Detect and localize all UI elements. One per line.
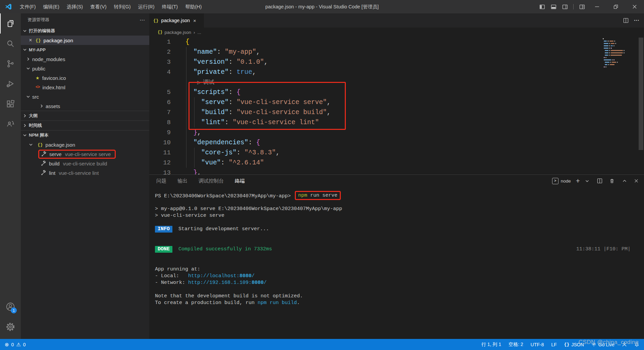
- code-line-9[interactable]: 9 },: [149, 128, 644, 138]
- editor-scrollbar[interactable]: [639, 38, 643, 150]
- restore-button[interactable]: [606, 0, 625, 13]
- eol-sequence[interactable]: LF: [551, 342, 556, 347]
- line-number: 10: [149, 139, 171, 146]
- menu-item-3[interactable]: 查看(V): [87, 4, 110, 9]
- problems-status[interactable]: ⊗ 0 ⚠ 0: [0, 342, 26, 348]
- user-icon[interactable]: [622, 342, 627, 347]
- npm-scripts-section[interactable]: NPM 脚本: [21, 131, 149, 140]
- panel-tab-0[interactable]: 问题: [156, 178, 166, 184]
- timeline-section[interactable]: 时间线: [21, 121, 149, 130]
- toggle-sidebar-icon[interactable]: [536, 0, 548, 13]
- project-section[interactable]: MY-APP: [21, 45, 149, 54]
- menu-item-1[interactable]: 编辑(E): [40, 4, 63, 9]
- source-control-icon[interactable]: [0, 54, 21, 74]
- menu-item-4[interactable]: 转到(G): [110, 4, 135, 9]
- split-editor-icon[interactable]: [623, 18, 629, 23]
- notifications-bell-icon[interactable]: [634, 342, 639, 347]
- close-tab-icon[interactable]: ×: [193, 18, 196, 23]
- tree-item-public[interactable]: public: [21, 64, 149, 73]
- line-text: "build": "vue-cli-service build",: [171, 109, 331, 116]
- terminal-shell-chip[interactable]: > node: [552, 178, 571, 184]
- npm-package-json-item[interactable]: {} package.json: [21, 140, 149, 149]
- open-editor-item[interactable]: × {} package.json: [21, 36, 149, 45]
- live-share-icon[interactable]: [0, 114, 21, 134]
- outline-section[interactable]: 大纲: [21, 111, 149, 120]
- line-text: "dependencies": {: [171, 139, 260, 146]
- extensions-icon[interactable]: [0, 94, 21, 114]
- npm-script-lint[interactable]: lintvue-cli-service lint: [21, 168, 149, 178]
- split-terminal-icon[interactable]: [597, 178, 602, 184]
- codelens-debug[interactable]: ▷调试: [149, 77, 644, 87]
- panel-tab-1[interactable]: 输出: [177, 178, 187, 184]
- chevron-right-icon: [22, 113, 28, 118]
- menu-item-7[interactable]: 帮助(H): [181, 4, 205, 9]
- code-line-12[interactable]: 12 "vue": "^2.6.14": [149, 158, 644, 168]
- language-mode[interactable]: {} JSON: [564, 342, 584, 347]
- terminal-line-14: [149, 286, 644, 293]
- npm-script-build[interactable]: buildvue-cli-service build: [21, 159, 149, 168]
- tree-item-label: public: [32, 66, 45, 71]
- run-debug-icon[interactable]: [0, 74, 21, 94]
- code-line-1[interactable]: 1{: [149, 37, 644, 47]
- go-live-button[interactable]: Go Live: [591, 342, 614, 347]
- breadcrumb-more[interactable]: ...: [197, 30, 201, 35]
- encoding[interactable]: UTF-8: [531, 342, 544, 347]
- code-line-4[interactable]: 4 "private": true,: [149, 67, 644, 77]
- code-line-6[interactable]: 6 "serve": "vue-cli-service serve",: [149, 97, 644, 107]
- line-text: "serve": "vue-cli-service serve",: [171, 99, 331, 106]
- vscode-logo-icon: [5, 3, 12, 10]
- settings-gear-icon[interactable]: [0, 317, 21, 337]
- close-window-button[interactable]: [625, 0, 644, 13]
- customize-layout-icon[interactable]: [576, 0, 588, 13]
- open-editor-label: package.json: [44, 38, 73, 43]
- code-line-13[interactable]: 13 },: [149, 168, 644, 174]
- close-panel-icon[interactable]: [634, 179, 639, 183]
- minimize-button[interactable]: [588, 0, 606, 13]
- maximize-panel-icon[interactable]: [622, 179, 627, 183]
- terminal-dropdown-icon[interactable]: [585, 179, 589, 183]
- more-actions-icon[interactable]: ···: [140, 17, 145, 22]
- new-terminal-icon[interactable]: +: [576, 177, 580, 185]
- script-name: build: [49, 161, 60, 166]
- menu-item-0[interactable]: 文件(F): [16, 4, 40, 9]
- terminal-output[interactable]: PS E:\20230406WorkSpace\20230407MyApp\my…: [149, 187, 644, 339]
- wrench-icon: [41, 161, 46, 166]
- line-number: 4: [149, 68, 171, 76]
- code-line-10[interactable]: 10 "dependencies": {: [149, 138, 644, 148]
- accounts-icon[interactable]: 1: [0, 297, 21, 317]
- minimap-line: [603, 55, 640, 56]
- breadcrumb-file[interactable]: package.json: [164, 30, 191, 35]
- tree-item-assets[interactable]: assets: [21, 101, 149, 111]
- tree-item-node_modules[interactable]: node_modules: [21, 54, 149, 64]
- breadcrumb[interactable]: {} package.json › ...: [149, 28, 644, 37]
- kill-terminal-icon[interactable]: [609, 178, 614, 184]
- panel-tab-2[interactable]: 调试控制台: [199, 178, 224, 184]
- code-line-7[interactable]: 7 "build": "vue-cli-service build",: [149, 107, 644, 117]
- cursor-position[interactable]: 行 1, 列 1: [481, 342, 501, 348]
- search-icon[interactable]: [0, 34, 21, 54]
- close-editor-icon[interactable]: ×: [28, 37, 34, 43]
- npm-script-serve[interactable]: servevue-cli-service serve: [21, 149, 149, 159]
- tab-package-json[interactable]: {} package.json ×: [149, 13, 204, 28]
- code-line-5[interactable]: 5 "scripts": {: [149, 87, 644, 97]
- tree-item-src[interactable]: src: [21, 92, 149, 101]
- code-line-3[interactable]: 3 "version": "0.1.0",: [149, 57, 644, 67]
- toggle-secondary-sidebar-icon[interactable]: [559, 0, 571, 13]
- explorer-icon[interactable]: [0, 13, 21, 34]
- bottom-panel: 问题输出调试控制台终端 > node + PS E:\20230406WorkS…: [149, 174, 644, 339]
- menu-item-6[interactable]: 终端(T): [158, 4, 182, 9]
- code-line-8[interactable]: 8 "lint": "vue-cli-service lint": [149, 117, 644, 128]
- open-editors-section[interactable]: 打开的编辑器: [21, 26, 149, 36]
- panel-tab-3[interactable]: 终端: [235, 178, 245, 184]
- tree-item-index.html[interactable]: <>index.html: [21, 83, 149, 92]
- minimap[interactable]: [603, 38, 640, 69]
- toggle-panel-icon[interactable]: [548, 0, 559, 13]
- tree-item-favicon.ico[interactable]: ★favicon.ico: [21, 73, 149, 83]
- menu-item-5[interactable]: 运行(R): [134, 4, 158, 9]
- code-line-11[interactable]: 11 "core-js": "^3.8.3",: [149, 148, 644, 158]
- editor-more-actions-icon[interactable]: ···: [634, 17, 639, 23]
- code-line-2[interactable]: 2 "name": "my-app",: [149, 47, 644, 57]
- code-area[interactable]: 1{2 "name": "my-app",3 "version": "0.1.0…: [149, 37, 644, 174]
- menu-item-2[interactable]: 选择(S): [63, 4, 87, 9]
- indentation[interactable]: 空格: 2: [508, 342, 523, 348]
